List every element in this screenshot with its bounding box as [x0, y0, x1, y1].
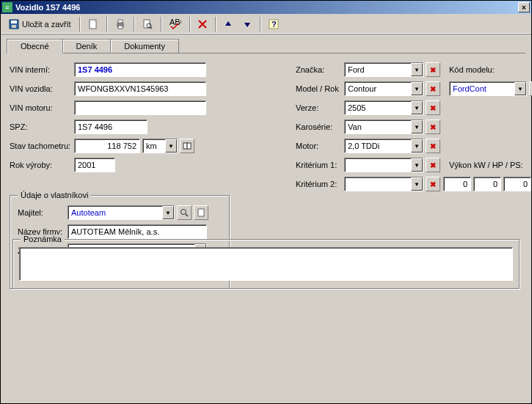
- input-tachometr[interactable]: [74, 139, 140, 153]
- tab-obecne[interactable]: Obecné: [7, 39, 63, 54]
- tab-content: VIN interní: VIN vozidla: VIN motoru: SP…: [1, 54, 531, 295]
- tab-underline: [7, 53, 525, 54]
- delete-button[interactable]: [194, 16, 211, 32]
- book-icon: [183, 142, 192, 150]
- combo-znacka[interactable]: Ford ▼: [344, 62, 423, 77]
- chevron-down-icon[interactable]: ▼: [411, 101, 423, 114]
- combo-model[interactable]: Contour ▼: [344, 81, 423, 96]
- clear-motor-button[interactable]: ✖: [426, 139, 440, 153]
- clear-kod-button[interactable]: ✖: [529, 81, 532, 96]
- tach-unit-value: km: [143, 139, 165, 153]
- clear-model-button[interactable]: ✖: [426, 81, 440, 96]
- arrow-down-icon: [243, 20, 252, 29]
- chevron-down-icon[interactable]: ▼: [514, 82, 526, 95]
- label-majitel: Majitel:: [18, 208, 68, 217]
- window-title: Vozidlo 1S7 4496: [15, 3, 80, 12]
- input-ps[interactable]: [503, 177, 531, 191]
- tab-denik[interactable]: Deník: [62, 39, 112, 54]
- toolbar: Uložit a zavřít ABC ?: [1, 14, 531, 34]
- chevron-down-icon[interactable]: ▼: [165, 139, 177, 153]
- help-icon: ?: [269, 19, 279, 29]
- verze-value: 2505: [345, 101, 411, 114]
- input-nazev-firmy[interactable]: [68, 224, 207, 239]
- lookup-majitel-button[interactable]: [177, 205, 192, 220]
- input-kw[interactable]: [443, 177, 471, 191]
- label-karoserie: Karosérie:: [296, 122, 344, 131]
- separator: [161, 17, 161, 32]
- svg-line-16: [186, 214, 188, 216]
- svg-rect-17: [198, 209, 204, 216]
- svg-rect-1: [11, 21, 17, 23]
- note-group-title: Poznámka: [21, 235, 65, 243]
- label-rok-vyroby: Rok výroby:: [10, 161, 74, 169]
- tab-dokumenty[interactable]: Dokumenty: [110, 39, 179, 54]
- titlebar: ≡ Vozidlo 1S7 4496 ×: [1, 1, 531, 14]
- combo-karoserie[interactable]: Van ▼: [344, 120, 423, 134]
- clear-krit1-button[interactable]: ✖: [426, 158, 440, 172]
- separator: [106, 17, 107, 32]
- label-vin-interni: VIN interní:: [10, 65, 74, 74]
- input-hp[interactable]: [473, 177, 501, 191]
- combo-kod-modelu[interactable]: FordCont ▼: [449, 81, 527, 96]
- up-button[interactable]: [220, 16, 236, 32]
- new-button[interactable]: [84, 16, 102, 32]
- chevron-down-icon[interactable]: ▼: [411, 177, 423, 191]
- svg-rect-5: [118, 20, 123, 23]
- separator: [189, 17, 190, 32]
- chevron-down-icon[interactable]: ▼: [411, 63, 423, 76]
- input-vin-motoru[interactable]: [74, 100, 206, 115]
- down-button[interactable]: [239, 16, 255, 32]
- combo-krit2[interactable]: ▼: [344, 177, 423, 191]
- svg-rect-13: [183, 143, 187, 149]
- chevron-down-icon[interactable]: ▼: [411, 120, 423, 133]
- separator: [215, 17, 216, 32]
- label-znacka: Značka:: [296, 65, 344, 74]
- chevron-down-icon[interactable]: ▼: [411, 158, 423, 172]
- preview-button[interactable]: [139, 16, 156, 32]
- chevron-down-icon[interactable]: ▼: [411, 82, 423, 95]
- owner-group-title: Údaje o vlastníkovi: [18, 191, 91, 199]
- power-inputs: [443, 177, 531, 191]
- textarea-note[interactable]: [19, 247, 513, 281]
- new-majitel-button[interactable]: [194, 205, 208, 220]
- chevron-down-icon[interactable]: ▼: [162, 206, 174, 219]
- svg-rect-14: [187, 143, 191, 149]
- model-value: Contour: [345, 82, 411, 95]
- delete-icon: [198, 20, 207, 29]
- combo-tach-unit[interactable]: km ▼: [142, 139, 178, 153]
- krit1-value: [345, 158, 411, 172]
- clear-verze-button[interactable]: ✖: [426, 100, 440, 115]
- save-close-button[interactable]: Uložit a zavřít: [5, 16, 75, 32]
- svg-line-9: [150, 27, 152, 29]
- clear-krit2-button[interactable]: ✖: [426, 177, 440, 191]
- separator: [79, 17, 80, 32]
- input-vin-interni[interactable]: [74, 62, 206, 77]
- karoserie-value: Van: [345, 120, 411, 133]
- tach-history-button[interactable]: [180, 139, 194, 153]
- input-spz[interactable]: [74, 120, 147, 134]
- combo-krit1[interactable]: ▼: [344, 158, 423, 172]
- chevron-down-icon[interactable]: ▼: [411, 139, 423, 153]
- svg-text:?: ?: [272, 20, 277, 29]
- input-vin-vozidla[interactable]: [74, 81, 206, 96]
- combo-majitel[interactable]: Autoteam ▼: [68, 205, 175, 220]
- clear-znacka-button[interactable]: ✖: [426, 62, 440, 77]
- krit2-value: [345, 177, 411, 191]
- input-rok[interactable]: [74, 158, 115, 172]
- svg-text:ABC: ABC: [170, 19, 181, 26]
- clear-karoserie-button[interactable]: ✖: [426, 120, 440, 134]
- label-stav-tachometru: Stav tachometru:: [10, 142, 74, 150]
- label-kod-modelu: Kód modelu:: [449, 65, 495, 74]
- label-vin-motoru: VIN motoru:: [10, 103, 74, 112]
- combo-motor[interactable]: 2,0 TDDi ▼: [344, 139, 423, 153]
- spellcheck-button[interactable]: ABC: [166, 16, 185, 32]
- close-button[interactable]: ×: [518, 2, 530, 12]
- new-doc-icon: [197, 208, 205, 217]
- label-spz: SPZ:: [10, 122, 74, 131]
- help-button[interactable]: ?: [265, 16, 283, 32]
- print-button[interactable]: [112, 16, 129, 32]
- majitel-value: Autoteam: [68, 206, 162, 219]
- combo-verze[interactable]: 2505 ▼: [344, 100, 423, 115]
- new-doc-icon: [88, 19, 98, 29]
- printer-icon: [115, 19, 125, 29]
